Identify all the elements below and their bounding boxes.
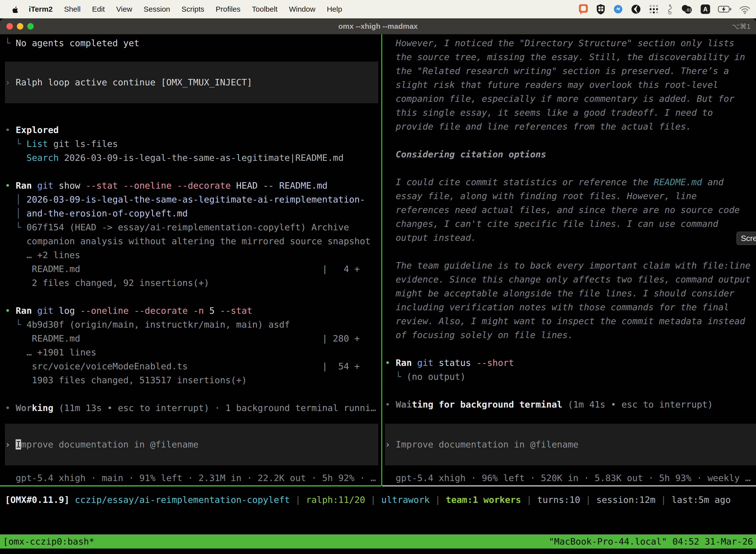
menu-bar-status-icons: ..61 A: [578, 3, 751, 15]
text-segment: companion analysis without altering the …: [5, 236, 371, 246]
menu-item-iterm2[interactable]: iTerm2: [29, 5, 53, 13]
terminal-line: of focusing solely on file lines.: [385, 328, 756, 342]
screen: iTerm2ShellEditViewSessionScriptsProfile…: [0, 0, 756, 554]
text-segment: (1m 41s • esc to interrupt): [568, 399, 713, 409]
text-segment: show: [53, 180, 85, 190]
text-segment: of focusing solely on file lines.: [385, 330, 573, 340]
text-segment: |: [365, 495, 381, 505]
terminal-line: • Ran git log --oneline --decorate -n 5 …: [5, 304, 378, 318]
text-segment: src/voice/voiceModeEnabled.ts | 54 +: [5, 361, 360, 371]
text-segment: ›: [5, 77, 16, 88]
pane-divider[interactable]: [381, 34, 382, 486]
text-segment: [32, 306, 37, 316]
menu-item-edit[interactable]: Edit: [92, 5, 105, 13]
text-segment: Considering citation options: [385, 149, 546, 159]
menu-item-scripts[interactable]: Scripts: [182, 5, 204, 13]
text-segment: •: [5, 125, 16, 135]
text-segment: king: [32, 403, 53, 413]
wifi-icon[interactable]: [739, 4, 751, 15]
terminal-line: README.md | 280 +: [5, 332, 378, 345]
menu-item-profiles[interactable]: Profiles: [215, 5, 240, 13]
agent-input-box[interactable]: › Improve documentation in @filename: [385, 424, 756, 465]
chat-bubble-icon[interactable]: [578, 3, 589, 15]
text-segment: |: [521, 495, 537, 505]
agent-input-box[interactable]: › Ralph loop active continue [OMX_TMUX_I…: [5, 62, 378, 103]
text-segment: --stat --oneline --decorate: [85, 180, 231, 190]
terminal-line: └ 4b9d30f (origin/main, instructkr/main,…: [5, 318, 378, 332]
text-segment: README.md: [654, 177, 702, 187]
text-segment: [32, 180, 37, 190]
menu-item-help[interactable]: Help: [327, 5, 342, 13]
text-segment: •: [5, 180, 16, 190]
window-titlebar[interactable]: omx --xhigh --madmax ⌥⌘1: [0, 18, 756, 34]
text-segment: (no output): [406, 372, 465, 382]
apple-menu-icon[interactable]: [11, 5, 18, 13]
text-segment: including verification notes with those …: [385, 302, 729, 312]
text-segment: Ran: [396, 358, 412, 368]
terminal-line: │ and-the-erosion-of-copyleft.md: [5, 207, 378, 220]
terminal-line: might be acceptable alongside the file l…: [385, 286, 756, 300]
text-segment: gpt-5.4 xhigh · 96% left · 520K in · 5.8…: [385, 473, 751, 483]
text-segment: slight risk that future readers may over…: [385, 80, 718, 90]
text-segment: session:12m: [596, 495, 655, 505]
squiggle-icon[interactable]: [666, 4, 674, 15]
text-segment: the source tree, missing the essay. Stil…: [385, 52, 745, 62]
badge-61-icon[interactable]: ..61: [681, 4, 693, 15]
text-segment: cczip/essay/ai-reimplementation-copyleft: [75, 495, 290, 505]
terminal-line: provide file and line references from th…: [385, 120, 756, 133]
text-segment: [OMX#0.11.9]: [5, 495, 69, 505]
text-segment: •: [385, 399, 396, 409]
omx-status-line: [OMX#0.11.9] cczip/essay/ai-reimplementa…: [5, 493, 731, 507]
text-segment: The team guideline is to back every impo…: [385, 260, 751, 271]
text-segment: git: [417, 358, 433, 368]
terminal-line: companion analysis without altering the …: [5, 234, 378, 248]
shutter-logo-icon[interactable]: [630, 4, 641, 15]
text-segment: Explored: [16, 125, 59, 135]
shield-icon[interactable]: [596, 4, 606, 15]
menu-item-shell[interactable]: Shell: [64, 5, 81, 13]
text-segment: and-the-erosion-of-copyleft.md: [26, 208, 188, 218]
terminal-line: The team guideline is to back every impo…: [385, 259, 756, 273]
terminal: └ No agents completed yet› Ralph loop ac…: [0, 34, 756, 554]
dots-grid-icon[interactable]: [648, 4, 659, 15]
text-segment: I could cite commit statistics or refere…: [385, 177, 654, 187]
text-segment: •: [5, 306, 16, 316]
tmux-session-window[interactable]: [omx-cczip0:bash*: [3, 535, 94, 549]
menu-item-toolbelt[interactable]: Toolbelt: [252, 5, 277, 13]
agent-input-line: › Ralph loop active continue [OMX_TMUX_I…: [5, 75, 252, 89]
pane-bottom-border-right: [382, 485, 756, 487]
keyboard-layout-a-icon[interactable]: A: [700, 4, 711, 15]
terminal-line: … +1901 lines: [5, 345, 378, 359]
menu-item-session[interactable]: Session: [144, 5, 170, 13]
text-segment: I: [16, 439, 21, 449]
menu-item-window[interactable]: Window: [289, 5, 315, 13]
agent-input-box[interactable]: › Improve documentation in @filename: [5, 424, 378, 465]
text-segment: status: [433, 358, 476, 368]
text-segment: |: [655, 495, 672, 505]
text-segment: Ran: [16, 306, 32, 316]
terminal-line: • Explored: [5, 123, 378, 137]
menu-item-view[interactable]: View: [116, 5, 132, 13]
blue-seal-icon[interactable]: [613, 4, 624, 15]
agent-input-line: › Improve documentation in @filename: [385, 438, 578, 451]
terminal-line: slight risk that future readers may over…: [385, 78, 756, 92]
battery-charging-icon[interactable]: [718, 4, 732, 15]
terminal-line: the "Related research writing" section i…: [385, 64, 756, 78]
text-segment: mprove documentation in @filename: [21, 439, 198, 449]
text-segment: --stat: [220, 306, 252, 316]
text-segment: turns:10: [537, 495, 580, 505]
window-title: omx --xhigh --madmax: [0, 22, 756, 31]
text-segment: 4b9d30f (origin/main, instructkr/main, m…: [26, 320, 290, 330]
text-segment: [412, 358, 417, 368]
window-shortcut-badge: ⌥⌘1: [732, 22, 751, 31]
terminal-line: I could cite commit statistics or refere…: [385, 175, 756, 189]
text-segment: Improve documentation in @filename: [396, 439, 578, 449]
text-segment: [5, 153, 26, 163]
text-segment: --short: [477, 358, 514, 368]
text-segment: Ralph loop active continue [OMX_TMUX_INJ…: [16, 77, 252, 88]
text-segment: 067f154 (HEAD -> essay/ai-reimplementati…: [26, 222, 349, 232]
terminal-line: changes, I can't cite specific file line…: [385, 217, 756, 231]
text-segment: git: [37, 306, 53, 316]
text-segment: However, I noticed the "Directory Struct…: [385, 38, 735, 48]
text-segment: provide file and line references from th…: [385, 121, 691, 131]
